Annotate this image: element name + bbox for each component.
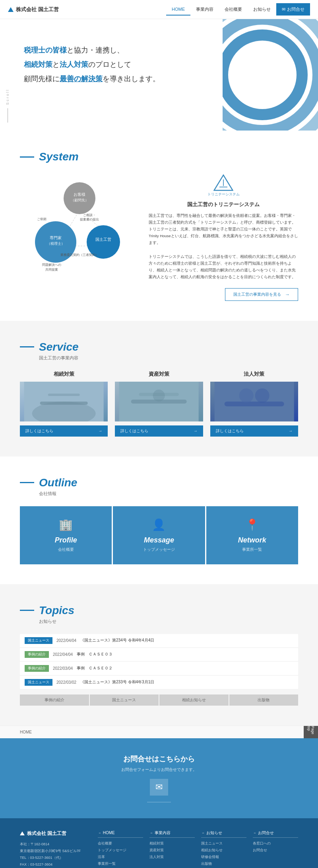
- arrow-icon: →: [285, 292, 290, 297]
- topics-title-bar: [20, 610, 34, 611]
- outline-title-bar: [20, 482, 34, 483]
- message-ja: トップメッセージ: [121, 547, 197, 552]
- footer-nav-2-item-3[interactable]: 法人対策: [149, 854, 195, 860]
- logo-text: 株式会社 国土工営: [16, 6, 59, 13]
- service-card-1-button[interactable]: 詳しくはこちら →: [20, 425, 108, 437]
- filter-news[interactable]: 国土ニュース: [90, 694, 159, 706]
- topic-text-2: 事例 ＣＡＳＥ０３: [77, 651, 112, 657]
- hero-line3-accent: 最善の解決策: [60, 75, 103, 83]
- profile-icon: 🏢: [28, 518, 104, 531]
- footer-nav-4-item-1[interactable]: 各窓口への: [253, 841, 298, 846]
- outline-title-ja: 会社情報: [39, 491, 298, 497]
- mail-icon: ✉: [282, 7, 285, 12]
- topics-filter: 事例の紹介 国土ニュース 相続お知らせ 出版物: [20, 694, 298, 706]
- breadcrumb-bar: HOME Page top: [0, 726, 318, 738]
- hero-section: 税理士の皆様と協力・連携し、 相続対策と法人対策のプロとして 顧問先様に最善の解…: [0, 19, 318, 131]
- service-arrow-2: →: [194, 429, 198, 433]
- service-card-3: 法人対策 詳しくはこちら →: [210, 371, 298, 437]
- outline-card-profile[interactable]: 🏢 Profile 会社概要: [20, 506, 112, 564]
- svg-text:共同提案: 共同提案: [45, 268, 58, 271]
- topic-date-4: 2022/03/02: [56, 680, 76, 685]
- title-bar-icon: [20, 156, 34, 158]
- service-card-1-title: 相続対策: [20, 371, 108, 378]
- footer-nav-1-item-3[interactable]: 沿革: [98, 854, 143, 860]
- logo-triangle-icon: [8, 7, 14, 12]
- service-card-2-title: 資産対策: [115, 371, 203, 378]
- message-en: Message: [121, 536, 197, 544]
- topic-item-2: 事例の紹介 2022/04/04 事例 ＣＡＳＥ０３: [20, 648, 298, 661]
- contact-title: お問合せはこちらから: [20, 754, 298, 764]
- system-detail-button[interactable]: 国土工営の事業内容を見る →: [225, 288, 298, 301]
- topics-title-en: Topics: [20, 604, 298, 617]
- nav-item-company[interactable]: 会社概要: [219, 3, 248, 16]
- nav-item-home[interactable]: HOME: [166, 4, 190, 16]
- footer-nav-3-item-3[interactable]: 研修会情報: [201, 854, 246, 860]
- footer-nav-1-item-1[interactable]: 会社概要: [98, 841, 143, 846]
- topic-text-4: 《国土ニュース》第233号 令和4年3月1日: [80, 679, 154, 685]
- footer-nav-1-item-2[interactable]: トップメッセージ: [98, 848, 143, 853]
- service-card-2-button[interactable]: 詳しくはこちら →: [115, 425, 203, 437]
- svg-text:（税理士）: （税理士）: [47, 242, 65, 246]
- breadcrumb-home[interactable]: HOME: [20, 730, 32, 734]
- topics-header: Topics お知らせ: [20, 604, 298, 624]
- service-img-3-graphic: [210, 382, 298, 421]
- topics-title-ja: お知らせ: [39, 618, 298, 624]
- footer-nav-4-title: － お問合せ: [253, 830, 298, 838]
- service-card-1: 相続対策 詳しくはこちら →: [20, 371, 108, 437]
- footer-nav-4-item-2[interactable]: お問合せ: [253, 848, 298, 853]
- service-arrow-3: →: [289, 429, 293, 433]
- footer-nav-3-item-4[interactable]: 出版物: [201, 861, 246, 866]
- filter-shuppan[interactable]: 出版物: [229, 694, 299, 706]
- hero-line3-pre: 顧問先様に: [24, 75, 60, 83]
- network-icon: 📍: [214, 518, 290, 531]
- svg-text:ご相談・: ご相談・: [83, 213, 96, 217]
- footer-nav-3-item-1[interactable]: 国土ニュース: [201, 841, 246, 846]
- service-header: Service 国土工営の事業内容: [20, 341, 298, 361]
- footer-nav-3-item-2[interactable]: 相続お知らせ: [201, 848, 246, 853]
- footer-addr-3: TEL：03-5227-3601（代）: [20, 854, 91, 861]
- footer-logo-area: 株式会社 国土工営: [20, 830, 91, 837]
- system-description-text: 国土工営では、専門性を融合して最善の解決策を依頼者に提案。お客様・専門家・国土工…: [149, 212, 298, 280]
- hero-graphic: [183, 19, 318, 131]
- outline-card-message[interactable]: 👤 Message トップメッセージ: [113, 506, 205, 564]
- footer-logo-text: 株式会社 国土工営: [27, 830, 66, 837]
- svg-text:国土工営: 国土工営: [95, 237, 111, 242]
- nav-item-service[interactable]: 事業内容: [190, 3, 219, 16]
- footer-nav-2-title: － 事業内容: [149, 830, 195, 838]
- topics-list: 国土ニュース 2022/04/04 《国土ニュース》第234号 令和4年4月4日…: [20, 634, 298, 689]
- service-card-2: 資産対策 詳しくはこちら →: [115, 371, 203, 437]
- page-top-button[interactable]: Page top: [304, 726, 318, 738]
- topic-item-1: 国土ニュース 2022/04/04 《国土ニュース》第234号 令和4年4月4日: [20, 634, 298, 647]
- service-card-3-button[interactable]: 詳しくはこちら →: [210, 425, 298, 437]
- footer-nav-2-item-1[interactable]: 相続対策: [149, 841, 195, 846]
- topic-item-3: 事例の紹介 2022/03/04 事例 ＣＡＳＥ０２: [20, 662, 298, 675]
- nav-contact-button[interactable]: ✉ お問合せ: [276, 3, 310, 16]
- hero-line2-accent1: 相続対策: [24, 60, 52, 68]
- message-icon: 👤: [121, 518, 197, 531]
- system-section-header: System: [20, 150, 298, 163]
- trinity-subtitle: トリニテーシステム: [149, 192, 298, 197]
- footer-nav-1-item-4[interactable]: 事業所一覧: [98, 861, 143, 866]
- topic-tag-1: 国土ニュース: [25, 637, 52, 644]
- svg-text:（顧問先）: （顧問先）: [71, 198, 89, 202]
- topic-date-3: 2022/03/04: [53, 666, 73, 671]
- svg-rect-33: [224, 402, 284, 406]
- hero-line1-post: と協力・連携し、: [67, 46, 124, 54]
- filter-sozoku[interactable]: 相続お知らせ: [159, 694, 229, 706]
- footer-nav-3-title: － お知らせ: [201, 830, 246, 838]
- service-section: Service 国土工営の事業内容 相続対策 詳しくはこちら → 資産対策: [0, 321, 318, 456]
- diagram-svg: お客様 （顧問先） 専門家 （税理士） 国土工営 ご相談・ 提案書の提出 ご依頼…: [20, 174, 139, 278]
- nav-item-news[interactable]: お知らせ: [248, 3, 276, 16]
- service-card-3-image: [210, 382, 298, 421]
- outline-title-en: Outline: [20, 476, 298, 489]
- network-en: Network: [214, 536, 290, 544]
- footer-nav-2-item-2[interactable]: 資産対策: [149, 848, 195, 853]
- contact-mail-icon[interactable]: ✉: [150, 779, 168, 796]
- svg-point-34: [239, 388, 253, 403]
- logo-area: 株式会社 国土工営: [8, 6, 59, 13]
- outline-card-network[interactable]: 📍 Network 事業所一覧: [206, 506, 298, 564]
- footer-nav-1: － HOME 会社概要 トップメッセージ 沿革 事業所一覧: [98, 830, 143, 868]
- filter-jirei[interactable]: 事例の紹介: [20, 694, 89, 706]
- hero-text: 税理士の皆様と協力・連携し、 相続対策と法人対策のプロとして 顧問先様に最善の解…: [24, 43, 191, 86]
- topics-section: Topics お知らせ 国土ニュース 2022/04/04 《国土ニュース》第2…: [0, 584, 318, 726]
